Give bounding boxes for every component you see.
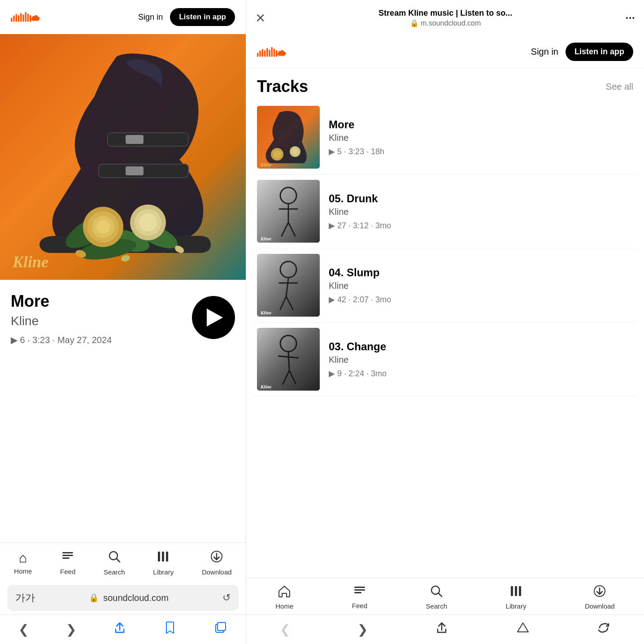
track-stats-slump: ▶ 42 · 2:07 · 3mo [329, 295, 633, 305]
right-forward-button[interactable]: ❯ [357, 622, 368, 637]
svg-rect-67 [354, 592, 361, 593]
svg-rect-35 [162, 552, 164, 561]
nav-search[interactable]: Search [104, 550, 125, 576]
svg-rect-42 [259, 50, 261, 57]
back-button[interactable]: ❮ [18, 622, 29, 637]
left-header-actions: Sign in Listen in app [138, 8, 235, 26]
track-thumb-more: Kline [257, 106, 320, 169]
svg-marker-75 [518, 623, 528, 632]
track-row-slump[interactable]: Kline 04. Slump Kline ▶ 42 · 2:07 · 3mo [253, 248, 637, 322]
bookmarks-button[interactable] [163, 621, 177, 638]
close-button[interactable]: ✕ [255, 11, 265, 26]
svg-rect-66 [354, 589, 365, 591]
right-back-button[interactable]: ❮ [280, 622, 290, 637]
right-nav-search-label: Search [426, 602, 448, 610]
svg-rect-59 [257, 254, 320, 317]
search-icon [108, 550, 121, 566]
right-home-icon [278, 584, 291, 600]
nav-library-label: Library [153, 568, 174, 576]
listen-in-app-button[interactable]: Listen in app [170, 8, 235, 26]
track-thumb-drunk: Kline [257, 180, 320, 243]
svg-rect-5 [22, 14, 24, 22]
svg-rect-65 [354, 587, 365, 588]
right-nav-search[interactable]: Search [426, 584, 448, 610]
home-icon: ⌂ [19, 551, 27, 565]
more-options-button[interactable]: ··· [625, 11, 635, 25]
svg-rect-72 [519, 586, 521, 596]
url-lock-icon: 🔒 [410, 19, 419, 27]
svg-rect-44 [264, 50, 265, 57]
svg-text:Kline: Kline [260, 384, 272, 389]
right-nav-feed[interactable]: Feed [352, 585, 367, 609]
right-nav-download[interactable]: Download [585, 584, 615, 610]
right-bottom-nav: Home Feed Search Library Download [246, 578, 644, 614]
tracks-heading: Tracks [257, 77, 308, 96]
right-nav-home[interactable]: Home [275, 584, 293, 610]
track-row-drunk[interactable]: Kline 05. Drunk Kline ▶ 27 · 3:12 · 3mo [253, 174, 637, 248]
download-icon [210, 550, 223, 566]
nav-download[interactable]: Download [202, 550, 232, 576]
svg-rect-47 [271, 47, 273, 57]
track-row-more[interactable]: Kline More Kline ▶ 5 · 3:23 · 18h [253, 100, 637, 174]
right-url-area: Stream Kline music | Listen to so... 🔒 m… [271, 9, 620, 27]
svg-point-54 [292, 148, 298, 155]
svg-rect-34 [158, 552, 160, 561]
bottom-nav: ⌂ Home Feed Search Library Download [0, 542, 246, 581]
nav-home[interactable]: ⌂ Home [14, 551, 32, 575]
right-nav-library[interactable]: Library [506, 584, 527, 610]
play-button[interactable] [192, 296, 235, 339]
address-bar[interactable]: 가가 🔒 soundcloud.com ↺ [7, 585, 239, 611]
right-share-button[interactable] [435, 621, 448, 638]
svg-rect-45 [266, 48, 268, 57]
svg-rect-43 [262, 49, 263, 57]
track-artist-change: Kline [329, 355, 633, 365]
library-icon [157, 550, 170, 566]
see-all-button[interactable]: See all [606, 82, 633, 92]
right-nav-home-label: Home [275, 602, 293, 610]
track-thumb-slump: Kline [257, 254, 320, 317]
track-artist-drunk: Kline [329, 207, 633, 217]
tabs-button[interactable] [214, 621, 227, 638]
svg-rect-13 [126, 166, 144, 175]
refresh-icon[interactable]: ↺ [222, 592, 231, 604]
page-url: 🔒 m.soundcloud.com [271, 19, 620, 27]
svg-rect-4 [20, 13, 22, 22]
address-text-left: 가가 [15, 591, 35, 605]
track-thumb-change: Kline [257, 328, 320, 391]
track-stats: ▶ 6 · 3:23 · May 27, 2024 [11, 335, 192, 345]
track-title-more: More [329, 118, 633, 131]
nav-feed[interactable]: Feed [60, 550, 75, 575]
right-listen-button[interactable]: Listen in app [566, 43, 633, 61]
right-sc-logo [257, 45, 288, 59]
right-nav-feed-label: Feed [352, 602, 367, 609]
forward-button[interactable]: ❯ [66, 622, 76, 637]
svg-point-21 [96, 220, 110, 234]
right-reload-button[interactable] [597, 621, 610, 638]
feed-icon [61, 550, 74, 565]
lock-icon: 🔒 [89, 593, 99, 603]
svg-rect-70 [511, 586, 513, 596]
track-artist-slump: Kline [329, 281, 633, 291]
svg-rect-7 [27, 13, 29, 22]
right-panel: ✕ Stream Kline music | Listen to so... 🔒… [246, 0, 644, 644]
right-navigation-button[interactable] [516, 621, 530, 638]
track-row-change[interactable]: Kline 03. Change Kline ▶ 9 · 2:24 · 3mo [253, 322, 637, 396]
track-meta-change: 03. Change Kline ▶ 9 · 2:24 · 3mo [329, 340, 633, 379]
svg-rect-48 [274, 48, 275, 57]
svg-rect-49 [276, 50, 277, 57]
right-sign-in-button[interactable]: Sign in [531, 47, 558, 57]
svg-point-24 [139, 213, 157, 231]
right-browser-bottom: ❮ ❯ [246, 614, 644, 644]
sign-in-button[interactable]: Sign in [138, 13, 163, 22]
track-meta-slump: 04. Slump Kline ▶ 42 · 2:07 · 3mo [329, 266, 633, 305]
svg-rect-31 [62, 557, 70, 559]
svg-rect-8 [30, 15, 31, 22]
svg-rect-36 [166, 552, 168, 561]
share-button[interactable] [113, 621, 126, 638]
right-search-icon [430, 584, 443, 600]
nav-library[interactable]: Library [153, 550, 174, 576]
page-title: Stream Kline music | Listen to so... [271, 9, 620, 18]
tracks-section-header: Tracks See all [246, 68, 644, 100]
address-url: soundcloud.com [103, 593, 169, 603]
right-download-icon [593, 584, 606, 600]
